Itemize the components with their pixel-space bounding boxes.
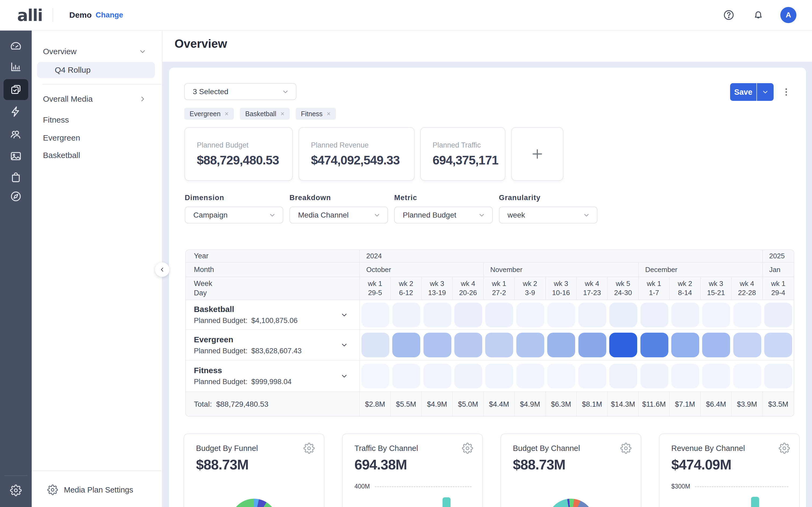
heatmap-cell[interactable] (454, 302, 482, 327)
kpi-add-card[interactable] (511, 127, 563, 181)
chart-card-budget-by-channel: Budget By Channel$88.73M (501, 434, 641, 507)
heatmap-cell[interactable] (578, 302, 606, 327)
gear-icon[interactable] (303, 443, 315, 454)
save-split-button[interactable]: Save (730, 83, 774, 101)
heatmap-cell[interactable] (671, 364, 699, 388)
heatmap-cell[interactable] (392, 302, 420, 327)
chart-card-header: Budget By Funnel (196, 443, 315, 454)
heatmap-cell[interactable] (764, 364, 792, 388)
sidebar-item-evergreen[interactable]: Evergreen (32, 130, 162, 146)
heatmap-cell[interactable] (578, 333, 606, 357)
heatmap-cell[interactable] (702, 364, 730, 388)
heatmap-cell[interactable] (516, 364, 544, 388)
gear-icon[interactable] (779, 443, 790, 454)
sidebar-item-overview[interactable]: Overview (32, 44, 162, 59)
heatmap-cell[interactable] (516, 333, 544, 357)
media-plan-settings[interactable]: Media Plan Settings (32, 482, 162, 497)
close-icon[interactable] (326, 111, 332, 117)
heatmap-cell[interactable] (485, 302, 513, 327)
filter-select-granularity[interactable]: week (499, 207, 598, 223)
heatmap-cell[interactable] (578, 364, 606, 388)
week-number: wk 5 (616, 279, 630, 288)
heatmap-cell[interactable] (547, 364, 575, 388)
heatmap-cell[interactable] (485, 364, 513, 388)
rail-item-automation[interactable] (3, 101, 28, 122)
filter-select-dimension[interactable]: Campaign (185, 207, 283, 223)
heatmap-cell[interactable] (392, 364, 420, 388)
speedometer-icon (10, 41, 22, 53)
week-col-12: wk 315-21 (701, 277, 732, 300)
close-icon[interactable] (280, 111, 286, 117)
heatmap-cell[interactable] (454, 364, 482, 388)
heatmap-cell[interactable] (423, 302, 451, 327)
sidebar-item-basketball[interactable]: Basketball (32, 148, 162, 163)
rail-item-creative[interactable] (3, 146, 28, 167)
heatmap-cell[interactable] (361, 364, 389, 388)
bell-icon[interactable] (752, 9, 764, 21)
heatmap-cell[interactable] (671, 302, 699, 327)
plus-icon (530, 147, 545, 161)
filter-select-breakdown[interactable]: Media Channel (290, 207, 388, 223)
heatmap-cell[interactable] (392, 333, 420, 357)
save-options-button[interactable] (756, 83, 774, 101)
week-number: wk 1 (771, 279, 785, 288)
heatmap-cell[interactable] (641, 302, 668, 327)
heatmap-cell[interactable] (361, 302, 389, 327)
shopping-bag-icon (10, 171, 22, 183)
chevron-down-icon[interactable] (340, 372, 349, 380)
heatmap-cell[interactable] (733, 333, 761, 357)
change-workspace-link[interactable]: Change (96, 0, 123, 30)
sidebar-item-fitness[interactable]: Fitness (32, 112, 162, 127)
heatmap-cell[interactable] (733, 364, 761, 388)
heatmap-cell[interactable] (671, 333, 699, 357)
heatmap-cell[interactable] (609, 333, 637, 357)
heatmap-cell[interactable] (485, 333, 513, 357)
heatmap-cell-slot (360, 330, 391, 360)
chevron-down-icon[interactable] (340, 341, 349, 349)
heatmap-cell[interactable] (423, 364, 451, 388)
heatmap-cell[interactable] (516, 302, 544, 327)
heatmap-cell[interactable] (547, 333, 575, 357)
heatmap-cell[interactable] (423, 333, 451, 357)
sidebar-item-q4-rollup[interactable]: Q4 Rollup (37, 62, 155, 78)
rail-item-discover[interactable] (3, 186, 28, 207)
rail-item-audiences[interactable] (3, 124, 28, 145)
heatmap-cell[interactable] (609, 364, 637, 388)
heatmap-cell[interactable] (733, 302, 761, 327)
rail-item-dashboard[interactable] (3, 36, 28, 57)
campaign-multiselect[interactable]: 3 Selected (184, 83, 296, 100)
secondary-sidebar: Overview Q4 Rollup Overall Media Fitness… (32, 30, 162, 507)
avatar[interactable]: A (780, 7, 797, 23)
heatmap-cell[interactable] (641, 364, 668, 388)
rail-item-settings[interactable] (3, 480, 28, 501)
filter-select-metric[interactable]: Planned Budget (394, 207, 493, 223)
chevron-down-icon (138, 47, 147, 56)
chevron-down-icon[interactable] (340, 311, 349, 319)
gear-icon[interactable] (620, 443, 631, 454)
sidebar-item-overall-media[interactable]: Overall Media (32, 92, 162, 107)
rail-item-analytics[interactable] (3, 56, 28, 77)
heatmap-cell[interactable] (702, 333, 730, 357)
heatmap-cell[interactable] (361, 333, 389, 357)
top-bar: alli Demo Change A (0, 0, 812, 31)
chip-fitness: Fitness (296, 108, 336, 120)
close-icon[interactable] (224, 111, 230, 117)
heatmap-cell[interactable] (764, 333, 792, 357)
filter-label: Granularity (499, 194, 598, 202)
week-days: 27-2 (492, 288, 506, 297)
gear-icon[interactable] (462, 443, 473, 454)
heatmap-cell[interactable] (702, 302, 730, 327)
more-options-button[interactable] (779, 85, 794, 99)
heatmap-cell[interactable] (764, 302, 792, 327)
sidebar-collapse-button[interactable] (155, 262, 169, 277)
save-button[interactable]: Save (730, 83, 756, 101)
heatmap-cell[interactable] (547, 302, 575, 327)
heatmap-cell[interactable] (454, 333, 482, 357)
rail-item-commerce[interactable] (3, 167, 28, 187)
heatmap-cell[interactable] (609, 302, 637, 327)
rail-item-media-plans[interactable] (3, 79, 28, 100)
chart-axis-label: $300M (671, 483, 690, 490)
heatmap-cell[interactable] (641, 333, 668, 357)
week-col-1: wk 129-5 (360, 277, 391, 300)
help-icon[interactable] (723, 9, 735, 21)
